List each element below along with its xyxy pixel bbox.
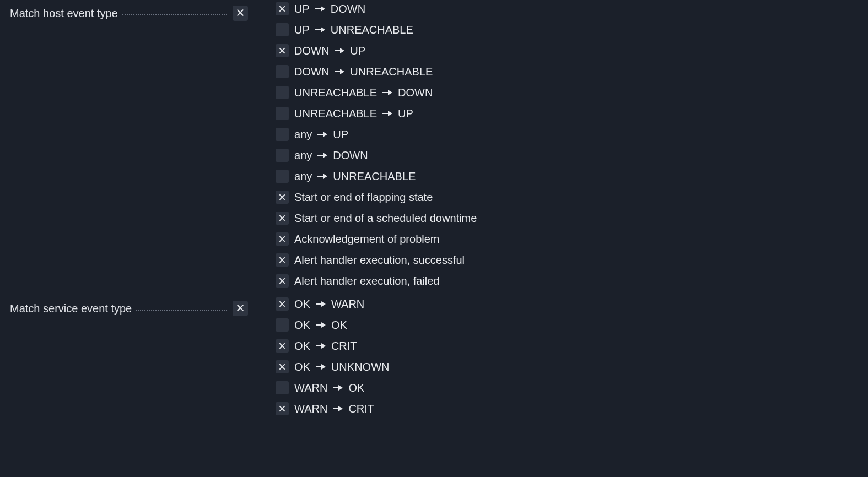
option-row: UNREACHABLEUP bbox=[276, 107, 477, 120]
option-from: DOWN bbox=[294, 66, 329, 78]
arrow-right-icon bbox=[335, 47, 344, 55]
option-row: OKOK bbox=[276, 318, 389, 332]
option-checkbox[interactable] bbox=[276, 23, 289, 36]
option-from: DOWN bbox=[294, 45, 329, 57]
option-label: Alert handler execution, failed bbox=[294, 275, 440, 288]
option-row: OKCRIT bbox=[276, 339, 389, 353]
svg-marker-25 bbox=[317, 153, 327, 158]
svg-marker-55 bbox=[333, 385, 343, 391]
option-checkbox[interactable] bbox=[276, 253, 289, 267]
option-checkbox[interactable] bbox=[276, 232, 289, 246]
option-row: Acknowledgement of problem bbox=[276, 232, 477, 246]
option-checkbox[interactable] bbox=[276, 212, 289, 225]
option-from: OK bbox=[294, 298, 310, 311]
option-to: DOWN bbox=[398, 86, 433, 99]
option-row: DOWNUNREACHABLE bbox=[276, 65, 477, 78]
option-to: DOWN bbox=[331, 3, 365, 15]
option-row: Start or end of a scheduled downtime bbox=[276, 212, 477, 225]
label-col-service: Match service event type bbox=[0, 297, 254, 316]
option-to: UP bbox=[398, 107, 413, 120]
option-row: UNREACHABLEDOWN bbox=[276, 86, 477, 99]
option-to: DOWN bbox=[333, 149, 368, 162]
option-row: Alert handler execution, successful bbox=[276, 253, 477, 267]
svg-marker-16 bbox=[382, 90, 392, 95]
option-to: UNREACHABLE bbox=[331, 24, 413, 36]
option-checkbox[interactable] bbox=[276, 274, 289, 288]
label-dots bbox=[136, 310, 227, 311]
option-label: OKOK bbox=[294, 319, 347, 332]
option-checkbox[interactable] bbox=[276, 339, 289, 353]
option-to: UNREACHABLE bbox=[333, 170, 416, 183]
svg-marker-10 bbox=[335, 48, 344, 53]
option-checkbox[interactable] bbox=[276, 360, 289, 373]
option-checkbox[interactable] bbox=[276, 65, 289, 78]
option-from: any bbox=[294, 149, 312, 162]
svg-marker-7 bbox=[315, 27, 325, 32]
option-checkbox[interactable] bbox=[276, 149, 289, 162]
option-text: Start or end of a scheduled downtime bbox=[294, 212, 477, 225]
option-checkbox[interactable] bbox=[276, 86, 289, 99]
option-checkbox[interactable] bbox=[276, 402, 289, 415]
svg-marker-19 bbox=[382, 111, 392, 116]
toggle-host-button[interactable] bbox=[233, 6, 248, 21]
option-row: WARNCRIT bbox=[276, 402, 389, 415]
option-label: DOWNUNREACHABLE bbox=[294, 66, 433, 78]
option-text: Acknowledgement of problem bbox=[294, 233, 439, 246]
svg-marker-22 bbox=[317, 132, 327, 137]
option-row: Alert handler execution, failed bbox=[276, 274, 477, 288]
section-service: Match service event typeOKWARNOKOKOKCRIT… bbox=[0, 295, 868, 423]
option-checkbox[interactable] bbox=[276, 318, 289, 332]
option-label: WARNCRIT bbox=[294, 403, 374, 415]
option-to: CRIT bbox=[331, 340, 357, 353]
options-host: UPDOWNUPUNREACHABLEDOWNUPDOWNUNREACHABLE… bbox=[254, 2, 477, 295]
option-label: WARNOK bbox=[294, 382, 364, 394]
option-to: UNREACHABLE bbox=[350, 66, 433, 78]
option-label: UNREACHABLEDOWN bbox=[294, 86, 433, 99]
option-checkbox[interactable] bbox=[276, 191, 289, 204]
arrow-right-icon bbox=[315, 5, 325, 13]
svg-marker-43 bbox=[316, 301, 326, 307]
option-checkbox[interactable] bbox=[276, 2, 289, 15]
label-dots bbox=[122, 14, 227, 15]
svg-marker-52 bbox=[316, 364, 326, 370]
option-row: OKWARN bbox=[276, 297, 389, 311]
svg-marker-28 bbox=[317, 174, 327, 179]
option-label: Start or end of flapping state bbox=[294, 191, 433, 204]
option-row: OKUNKNOWN bbox=[276, 360, 389, 373]
toggle-service-button[interactable] bbox=[233, 301, 248, 316]
option-from: any bbox=[294, 170, 312, 183]
option-text: Alert handler execution, failed bbox=[294, 275, 440, 288]
label-service: Match service event type bbox=[10, 302, 132, 315]
option-from: UNREACHABLE bbox=[294, 86, 377, 99]
option-label: Acknowledgement of problem bbox=[294, 233, 439, 246]
option-checkbox[interactable] bbox=[276, 107, 289, 120]
option-checkbox[interactable] bbox=[276, 297, 289, 311]
option-row: Start or end of flapping state bbox=[276, 191, 477, 204]
close-icon bbox=[236, 302, 245, 315]
option-to: OK bbox=[331, 319, 347, 332]
option-label: OKCRIT bbox=[294, 340, 357, 353]
option-checkbox[interactable] bbox=[276, 128, 289, 141]
option-from: OK bbox=[294, 361, 310, 373]
option-checkbox[interactable] bbox=[276, 44, 289, 57]
option-row: UPUNREACHABLE bbox=[276, 23, 477, 36]
option-to: UP bbox=[350, 45, 365, 57]
arrow-right-icon bbox=[316, 363, 326, 371]
option-to: WARN bbox=[331, 298, 364, 311]
arrow-right-icon bbox=[382, 89, 392, 96]
option-from: WARN bbox=[294, 382, 327, 394]
arrow-right-icon bbox=[316, 321, 326, 329]
option-to: OK bbox=[348, 382, 364, 394]
option-text: Start or end of flapping state bbox=[294, 191, 433, 204]
option-label: UPDOWN bbox=[294, 3, 365, 15]
svg-marker-49 bbox=[316, 343, 326, 349]
option-to: CRIT bbox=[348, 403, 374, 415]
option-checkbox[interactable] bbox=[276, 381, 289, 394]
option-label: UPUNREACHABLE bbox=[294, 24, 413, 36]
option-checkbox[interactable] bbox=[276, 170, 289, 183]
arrow-right-icon bbox=[317, 172, 327, 180]
option-row: anyDOWN bbox=[276, 149, 477, 162]
svg-marker-58 bbox=[333, 406, 343, 411]
close-icon bbox=[236, 7, 245, 20]
arrow-right-icon bbox=[382, 110, 392, 117]
